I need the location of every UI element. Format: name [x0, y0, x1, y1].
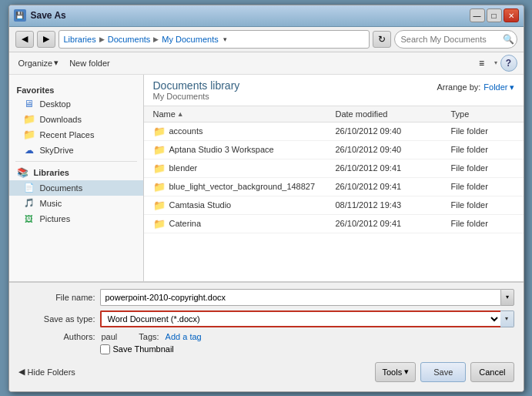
col-type[interactable]: Type [448, 108, 517, 120]
desktop-icon: 🖥 [23, 99, 35, 109]
organize-label: Organize [18, 59, 53, 68]
arrange-value[interactable]: Folder ▾ [483, 82, 514, 92]
close-button[interactable]: ✕ [504, 8, 519, 22]
help-button[interactable]: ? [500, 55, 517, 72]
documents-icon: 📄 [23, 183, 35, 193]
arrange-by[interactable]: Arrange by: Folder ▾ [437, 82, 514, 92]
forward-button[interactable]: ▶ [37, 31, 55, 48]
hide-folders-icon: ◀ [18, 367, 25, 377]
hide-folders-button[interactable]: ◀ Hide Folders [18, 367, 75, 377]
panel-header: Arrange by: Folder ▾ Documents library M… [144, 75, 524, 106]
sidebar-item-downloads[interactable]: 📁 Downloads [9, 112, 143, 127]
saveastype-select[interactable]: Word Document (*.docx) [100, 310, 500, 327]
hide-folders-label: Hide Folders [28, 367, 75, 377]
maximize-button[interactable]: □ [487, 8, 502, 22]
libraries-icon: 📚 [17, 167, 29, 178]
breadcrumb-dropdown-arrow[interactable]: ▾ [223, 35, 227, 43]
file-list-header: Name ▲ Date modified Type [144, 106, 524, 122]
arrange-label: Arrange by: [437, 82, 480, 92]
minimize-button[interactable]: — [470, 8, 485, 22]
table-row[interactable]: 📁Aptana Studio 3 Workspace 26/10/2012 09… [144, 141, 524, 159]
file-list: 📁accounts 26/10/2012 09:40 File folder 📁… [144, 122, 524, 281]
navigation-toolbar: ◀ ▶ Libraries ▶ Documents ▶ My Documents… [9, 27, 524, 52]
organize-arrow: ▾ [54, 58, 59, 68]
table-row[interactable]: 📁Caterina 26/10/2012 09:41 File folder [144, 215, 524, 233]
title-bar: 💾 Save As — □ ✕ [9, 5, 524, 27]
col-name[interactable]: Name ▲ [150, 108, 333, 120]
sidebar-item-documents[interactable]: 📄 Documents [9, 180, 143, 196]
filename-row: File name: ▾ [18, 289, 514, 306]
folder-icon: 📁 [153, 181, 166, 193]
filename-dropdown-button[interactable]: ▾ [500, 289, 514, 306]
sidebar-item-desktop[interactable]: 🖥 Desktop [9, 96, 143, 112]
toolbar2-right: ≡ ▾ ? [473, 55, 517, 72]
sidebar-item-recent[interactable]: 📁 Recent Places [9, 127, 143, 143]
organize-toolbar: Organize ▾ New folder ≡ ▾ ? [9, 52, 524, 75]
documents-label: Documents [40, 183, 83, 193]
library-subtitle: My Documents [153, 92, 514, 101]
right-panel: Arrange by: Folder ▾ Documents library M… [144, 75, 524, 281]
back-button[interactable]: ◀ [15, 31, 34, 48]
tags-label: Tags: [139, 332, 159, 341]
recent-label: Recent Places [40, 130, 95, 139]
libraries-header[interactable]: 📚 Libraries [9, 165, 143, 180]
breadcrumb-documents[interactable]: Documents [108, 35, 151, 44]
thumbnail-label: Save Thumbnail [113, 344, 174, 354]
view-dropdown-arrow[interactable]: ▾ [494, 59, 497, 66]
music-icon: 🎵 [23, 198, 35, 209]
table-row[interactable]: 📁blender 26/10/2012 09:41 File folder [144, 159, 524, 178]
breadcrumb-libraries[interactable]: Libraries [64, 35, 96, 44]
save-button[interactable]: Save [420, 362, 466, 382]
new-folder-button[interactable]: New folder [66, 57, 113, 69]
saveastype-dropdown-arrow[interactable]: ▾ [500, 310, 514, 327]
dialog-title: Save As [31, 10, 66, 21]
cancel-button[interactable]: Cancel [470, 362, 514, 382]
refresh-button[interactable]: ↻ [373, 31, 391, 48]
skydrive-label: SkyDrive [40, 146, 74, 155]
action-buttons: Tools ▾ Save Cancel [375, 362, 514, 382]
filename-label: File name: [18, 293, 95, 302]
sidebar-divider [15, 161, 137, 162]
bottom-area: File name: ▾ Save as type: Word Document… [9, 281, 524, 391]
left-panel: Favorites 🖥 Desktop 📁 Downloads 📁 Recent… [9, 75, 144, 281]
folder-icon: 📁 [153, 218, 166, 230]
search-input[interactable] [394, 30, 517, 49]
table-row[interactable]: 📁Camtasia Studio 08/11/2012 19:43 File f… [144, 196, 524, 215]
authors-tags-row: Authors: paul Tags: Add a tag [18, 332, 514, 341]
filename-input[interactable] [100, 289, 500, 306]
recent-icon: 📁 [23, 129, 35, 140]
breadcrumb[interactable]: Libraries ▶ Documents ▶ My Documents ▾ [59, 30, 370, 49]
saveastype-label: Save as type: [18, 314, 95, 324]
organize-button[interactable]: Organize ▾ [15, 56, 62, 69]
sidebar-item-music[interactable]: 🎵 Music [9, 196, 143, 211]
col-date-modified[interactable]: Date modified [333, 108, 448, 120]
pictures-icon: 🖼 [23, 213, 35, 224]
sidebar-item-skydrive[interactable]: ☁ SkyDrive [9, 143, 143, 158]
libraries-label: Libraries [34, 168, 69, 177]
bottom-buttons: ◀ Hide Folders Tools ▾ Save Cancel [18, 359, 514, 385]
breadcrumb-mydocuments[interactable]: My Documents [162, 35, 218, 44]
downloads-label: Downloads [40, 115, 82, 124]
search-icon[interactable]: 🔍 [503, 34, 514, 45]
thumbnail-checkbox[interactable] [100, 344, 110, 354]
downloads-icon: 📁 [23, 114, 35, 125]
saveastype-select-wrapper: Word Document (*.docx) ▾ [100, 310, 514, 327]
tags-add-link[interactable]: Add a tag [166, 332, 202, 341]
view-button[interactable]: ≡ [473, 55, 491, 72]
desktop-label: Desktop [40, 99, 71, 109]
window-controls: — □ ✕ [470, 8, 519, 22]
sidebar-item-pictures[interactable]: 🖼 Pictures [9, 211, 143, 227]
save-as-dialog: 💾 Save As — □ ✕ ◀ ▶ Libraries ▶ Document… [8, 5, 524, 392]
thumbnail-row: Save Thumbnail [100, 344, 514, 354]
table-row[interactable]: 📁accounts 26/10/2012 09:40 File folder [144, 122, 524, 141]
table-row[interactable]: 📁blue_light_vector_background_148827 26/… [144, 178, 524, 196]
favorites-header: Favorites [9, 82, 143, 96]
thumbnail-checkbox-area: Save Thumbnail [100, 344, 174, 354]
authors-value: paul [102, 332, 118, 341]
skydrive-icon: ☁ [23, 145, 35, 156]
main-area: Favorites 🖥 Desktop 📁 Downloads 📁 Recent… [9, 75, 524, 281]
tools-button[interactable]: Tools ▾ [375, 362, 416, 382]
music-label: Music [40, 199, 62, 208]
saveastype-row: Save as type: Word Document (*.docx) ▾ [18, 310, 514, 327]
search-wrapper: 🔍 [394, 30, 517, 49]
